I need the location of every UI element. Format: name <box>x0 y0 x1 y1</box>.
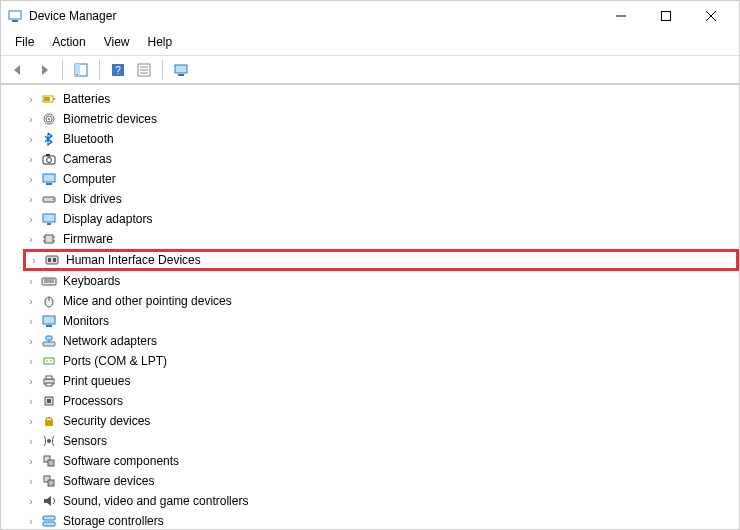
chevron-right-icon[interactable]: › <box>25 234 37 245</box>
chevron-right-icon[interactable]: › <box>25 516 37 527</box>
device-tree[interactable]: ›Batteries›Biometric devices›Bluetooth›C… <box>1 85 739 530</box>
chevron-right-icon[interactable]: › <box>25 336 37 347</box>
device-category-row[interactable]: ›Bluetooth <box>25 129 739 149</box>
chevron-right-icon[interactable]: › <box>25 296 37 307</box>
device-category-row[interactable]: ›Computer <box>25 169 739 189</box>
device-category-row[interactable]: ›Cameras <box>25 149 739 169</box>
device-category-label: Human Interface Devices <box>64 253 201 267</box>
chevron-right-icon[interactable]: › <box>25 174 37 185</box>
chevron-right-icon[interactable]: › <box>25 356 37 367</box>
chevron-right-icon[interactable]: › <box>25 316 37 327</box>
sensor-icon <box>41 433 57 449</box>
chevron-right-icon[interactable]: › <box>25 436 37 447</box>
device-category-label: Software components <box>61 454 179 468</box>
bluetooth-icon <box>41 131 57 147</box>
chevron-right-icon[interactable]: › <box>28 255 40 266</box>
svg-rect-32 <box>45 235 53 243</box>
device-category-row[interactable]: ›Storage controllers <box>25 511 739 530</box>
close-button[interactable] <box>688 1 733 31</box>
chevron-right-icon[interactable]: › <box>25 154 37 165</box>
svg-rect-27 <box>46 183 52 185</box>
chevron-right-icon[interactable]: › <box>25 134 37 145</box>
speaker-icon <box>41 493 57 509</box>
cpu-icon <box>41 393 57 409</box>
svg-point-51 <box>46 360 48 362</box>
svg-rect-3 <box>661 12 670 21</box>
device-category-label: Sound, video and game controllers <box>61 494 248 508</box>
device-category-row[interactable]: ›Software components <box>25 451 739 471</box>
device-category-row[interactable]: ›Sound, video and game controllers <box>25 491 739 511</box>
window-controls <box>598 1 733 31</box>
device-category-row[interactable]: ›Disk drives <box>25 189 739 209</box>
device-category-label: Software devices <box>61 474 154 488</box>
chevron-right-icon[interactable]: › <box>25 276 37 287</box>
svg-rect-18 <box>53 98 55 100</box>
device-category-row[interactable]: ›Firmware <box>25 229 739 249</box>
device-category-row[interactable]: ›Processors <box>25 391 739 411</box>
svg-rect-54 <box>46 376 52 379</box>
svg-rect-1 <box>12 20 18 22</box>
content-area: ›Batteries›Biometric devices›Bluetooth›C… <box>1 84 739 530</box>
svg-rect-16 <box>178 74 184 76</box>
menu-file[interactable]: File <box>7 33 42 51</box>
menu-help[interactable]: Help <box>140 33 181 51</box>
fingerprint-icon <box>41 111 57 127</box>
chevron-right-icon[interactable]: › <box>25 456 37 467</box>
device-category-label: Disk drives <box>61 192 122 206</box>
show-hide-tree-button[interactable] <box>70 59 92 81</box>
device-category-label: Bluetooth <box>61 132 114 146</box>
device-category-row[interactable]: ›Security devices <box>25 411 739 431</box>
device-category-row[interactable]: ›Mice and other pointing devices <box>25 291 739 311</box>
network-icon <box>41 333 57 349</box>
svg-rect-0 <box>9 11 21 19</box>
device-category-label: Display adaptors <box>61 212 152 226</box>
printer-icon <box>41 373 57 389</box>
svg-rect-63 <box>48 480 54 486</box>
chevron-right-icon[interactable]: › <box>25 194 37 205</box>
device-category-row[interactable]: ›Ports (COM & LPT) <box>25 351 739 371</box>
forward-button[interactable] <box>33 59 55 81</box>
lock-icon <box>41 413 57 429</box>
chevron-right-icon[interactable]: › <box>25 114 37 125</box>
device-category-row[interactable]: ›Print queues <box>25 371 739 391</box>
scan-hardware-button[interactable] <box>170 59 192 81</box>
chevron-right-icon[interactable]: › <box>25 94 37 105</box>
component-icon <box>41 473 57 489</box>
device-category-row[interactable]: ›Sensors <box>25 431 739 451</box>
device-category-row[interactable]: ›Human Interface Devices <box>23 249 739 271</box>
help-button[interactable]: ? <box>107 59 129 81</box>
svg-rect-25 <box>46 154 50 156</box>
chevron-right-icon[interactable]: › <box>25 496 37 507</box>
menu-action[interactable]: Action <box>44 33 93 51</box>
chevron-right-icon[interactable]: › <box>25 476 37 487</box>
chevron-right-icon[interactable]: › <box>25 376 37 387</box>
menu-view[interactable]: View <box>96 33 138 51</box>
device-category-row[interactable]: ›Batteries <box>25 89 739 109</box>
device-category-row[interactable]: ›Network adapters <box>25 331 739 351</box>
chevron-right-icon[interactable]: › <box>25 214 37 225</box>
app-icon <box>7 8 23 24</box>
monitor-icon <box>41 313 57 329</box>
back-button[interactable] <box>7 59 29 81</box>
mouse-icon <box>41 293 57 309</box>
maximize-button[interactable] <box>643 1 688 31</box>
toolbar-separator <box>99 60 100 80</box>
device-category-row[interactable]: ›Biometric devices <box>25 109 739 129</box>
svg-text:?: ? <box>115 65 121 76</box>
minimize-button[interactable] <box>598 1 643 31</box>
svg-rect-57 <box>47 399 51 403</box>
device-category-row[interactable]: ›Software devices <box>25 471 739 491</box>
device-category-label: Sensors <box>61 434 107 448</box>
svg-point-22 <box>48 118 50 120</box>
device-category-row[interactable]: ›Keyboards <box>25 271 739 291</box>
toolbar: ? <box>1 56 739 84</box>
device-category-row[interactable]: ›Monitors <box>25 311 739 331</box>
svg-rect-65 <box>43 522 55 526</box>
display-icon <box>41 211 57 227</box>
device-category-label: Processors <box>61 394 123 408</box>
properties-button[interactable] <box>133 59 155 81</box>
chevron-right-icon[interactable]: › <box>25 396 37 407</box>
monitor-icon <box>41 171 57 187</box>
chevron-right-icon[interactable]: › <box>25 416 37 427</box>
device-category-row[interactable]: ›Display adaptors <box>25 209 739 229</box>
